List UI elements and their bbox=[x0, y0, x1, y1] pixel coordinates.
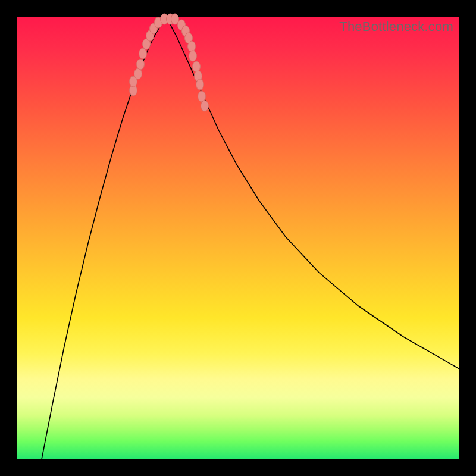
sample-dot bbox=[196, 79, 204, 90]
sample-dots-group bbox=[130, 14, 209, 111]
plot-area: TheBottleneck.com bbox=[17, 17, 459, 459]
sample-dot bbox=[139, 48, 147, 59]
curve-left bbox=[42, 19, 165, 459]
sample-dot bbox=[189, 51, 197, 61]
sample-dot bbox=[201, 101, 209, 111]
sample-dot bbox=[137, 59, 145, 70]
chart-frame: TheBottleneck.com bbox=[0, 0, 476, 476]
curve-right bbox=[165, 19, 459, 369]
sample-dot bbox=[198, 91, 206, 102]
curve-svg bbox=[17, 17, 459, 459]
sample-dot bbox=[193, 61, 201, 72]
sample-dot bbox=[188, 41, 196, 52]
sample-dot bbox=[134, 68, 142, 79]
